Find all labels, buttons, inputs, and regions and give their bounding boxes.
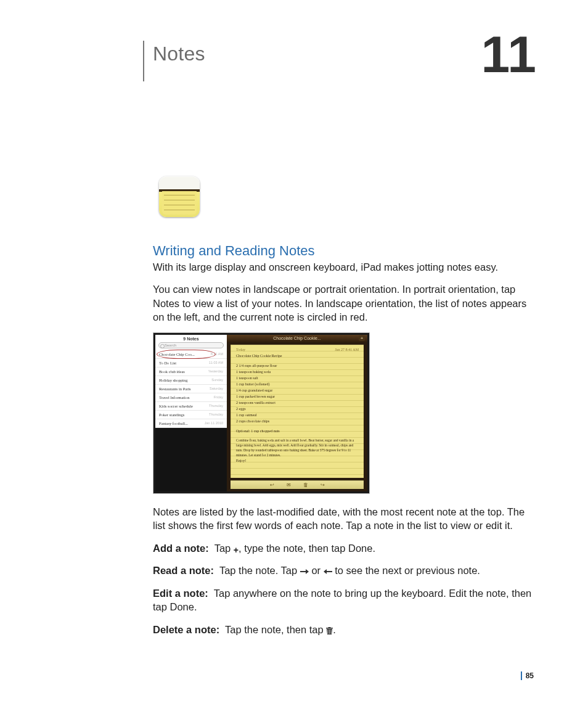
list-item-time: 11:03 AM [209,361,223,365]
list-item-time: 8:11 AM [211,352,223,356]
page-number: 85 [526,671,534,680]
list-item[interactable]: Poker standingsThursday [155,411,227,419]
list-item-time: Thursday [209,404,223,408]
page-footer: 85 [521,671,534,680]
list-item-time: Saturday [210,387,223,391]
list-item-label: Holiday shopping [159,378,187,382]
list-item-label: Chocolate Chip Coo... [159,352,195,356]
orientation-paragraph: You can view notes in landscape or portr… [153,282,533,324]
text: Tap anywhere on the note to bring up the… [153,588,531,612]
text: Tap the note. Tap [219,565,300,576]
notes-list-panel: 9 Notes Search Chocolate Chip Coo...8:11… [155,335,227,491]
note-date: Jan 27 8:41 AM [335,347,359,353]
header-rule [143,41,144,81]
note-line: 1 teaspoon salt [236,375,359,381]
back-icon[interactable]: ↩ [270,482,274,488]
note-line: 2 1/4 cups all-purpose flour [236,363,359,369]
body-content: Writing and Reading Notes With its large… [153,243,533,646]
note-line: 1 cup butter (softened) [236,381,359,387]
chapter-number: 11 [481,25,534,84]
list-item[interactable]: Holiday shoppingSunday [155,376,227,385]
list-item-time: Friday [214,395,223,400]
trash-icon [326,623,333,637]
search-input[interactable]: Search [158,342,224,348]
note-detail-panel: Chocolate Chip Cookie... + Today Jan 27 … [227,335,367,491]
forward-icon[interactable]: ↪ [321,482,325,488]
list-item-label: Book club ideas [159,369,185,374]
delete-note-line: Delete a note: Tap the note, then tap . [153,623,533,637]
list-item-time: Yesterday [208,369,223,374]
note-line: Optional: 1 cup chopped nuts [236,428,359,434]
note-line: 2 teaspoons vanilla extract [236,400,359,406]
notes-count-title: 9 Notes [155,335,227,342]
list-item-label: Restaurants in Paris [159,387,191,391]
list-item-label: To Do List [159,361,176,365]
read-note-label: Read a note: [153,565,214,576]
text: , type the note, then tap Done. [239,543,375,554]
note-line: 2 eggs [236,406,359,412]
list-item-time: Jan 11 2010 [205,421,223,425]
delete-note-label: Delete a note: [153,624,219,635]
list-item-label: Kids soccer schedule [159,404,193,408]
arrow-left-icon [324,564,332,578]
add-note-line: Add a note: Tap +, type the note, then t… [153,541,533,555]
manual-page: Notes 11 Writing and Reading Notes With … [0,0,588,706]
note-line: 2 cups chocolate chips [236,418,359,424]
text: Tap [214,543,234,554]
note-instructions: Combine flour, baking soda and salt in a… [236,438,359,458]
arrow-right-icon [300,564,309,578]
note-title-bar: Chocolate Chip Cookie... + [227,335,367,342]
list-item-label: Poker standings [159,413,184,417]
list-item-time: Sunday [211,378,223,382]
listing-paragraph: Notes are listed by the last-modified da… [153,505,533,533]
notes-app-icon [159,176,200,217]
list-item[interactable]: Restaurants in ParisSaturday [155,385,227,393]
chapter-title: Notes [153,43,205,65]
list-item[interactable]: Chocolate Chip Coo...8:11 AM [155,350,227,359]
text: . [333,624,336,635]
list-item[interactable]: To Do List11:03 AM [155,359,227,367]
note-body[interactable]: Today Jan 27 8:41 AM Chocolate Chip Cook… [231,345,364,478]
footer-accent-bar [521,671,522,680]
edit-note-label: Edit a note: [153,588,208,599]
mail-icon[interactable]: ✉ [287,482,291,488]
note-day: Today [236,347,245,353]
add-note-label: Add a note: [153,543,209,554]
note-heading: Chocolate Chip Cookie Recipe [236,353,359,359]
list-item[interactable]: Travel InformationFriday [155,393,227,402]
text: to see the next or previous note. [332,565,480,576]
add-note-button[interactable]: + [359,335,365,341]
note-toolbar: ↩ ✉ 🗑 ↪ [231,480,364,489]
list-item-label: Fantasy football... [159,421,188,425]
text: or [309,565,324,576]
notes-screenshot-figure: 9 Notes Search Chocolate Chip Coo...8:11… [153,332,370,494]
read-note-line: Read a note: Tap the note. Tap or to see… [153,564,533,578]
edit-note-line: Edit a note: Tap anywhere on the note to… [153,586,533,614]
text: Tap the note, then tap [225,624,326,635]
note-line: Enjoy! [236,458,359,464]
note-line: 1/4 cup granulated sugar [236,387,359,393]
list-item-label: Travel Information [159,395,189,400]
list-item-time: Thursday [209,413,223,417]
list-item[interactable]: Book club ideasYesterday [155,367,227,376]
note-title: Chocolate Chip Cookie... [273,336,321,340]
list-item[interactable]: Fantasy football...Jan 11 2010 [155,419,227,428]
section-heading: Writing and Reading Notes [153,243,533,259]
note-line: 1 cup packed brown sugar [236,393,359,400]
note-line: 1 cup oatmeal [236,412,359,418]
trash-icon[interactable]: 🗑 [303,482,308,488]
intro-paragraph: With its large display and onscreen keyb… [153,260,533,274]
list-item[interactable]: Kids soccer scheduleThursday [155,402,227,411]
note-line: 1 teaspoon baking soda [236,369,359,375]
